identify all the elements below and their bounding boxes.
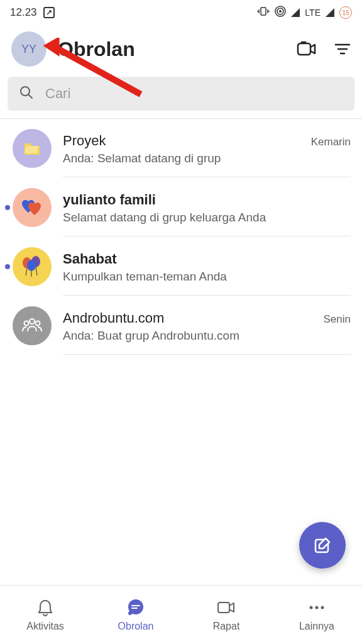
search-input[interactable] [45, 86, 343, 102]
nav-label: Aktivitas [26, 621, 64, 632]
svg-point-10 [25, 321, 29, 326]
status-time: 12.23 [10, 6, 37, 19]
battery-icon: 15 [339, 6, 352, 19]
chat-title: yulianto famili [63, 192, 156, 208]
search-icon [19, 85, 34, 103]
chat-item-yulianto[interactable]: yulianto famili Selamat datang di grup k… [0, 178, 362, 237]
nav-chat[interactable]: Obrolan [90, 586, 181, 644]
svg-point-9 [30, 319, 35, 324]
nav-more[interactable]: Lainnya [272, 586, 362, 644]
filter-button[interactable] [334, 43, 351, 55]
svg-point-8 [27, 260, 36, 271]
nav-meeting[interactable]: Rapat [181, 586, 272, 644]
chat-item-androbuntu[interactable]: Androbuntu.com Senin Anda: Buat grup And… [0, 296, 362, 355]
unread-indicator [5, 264, 10, 269]
unread-indicator [5, 205, 10, 210]
svg-point-17 [321, 606, 324, 609]
chat-preview: Anda: Selamat datang di grup [63, 152, 351, 165]
search-bar[interactable] [8, 77, 354, 111]
nav-label: Rapat [213, 621, 240, 632]
nav-activity[interactable]: Aktivitas [0, 586, 90, 644]
chat-preview: Kumpulkan teman-teman Anda [63, 270, 351, 284]
svg-rect-4 [298, 43, 310, 55]
chat-avatar-folder-icon [13, 129, 52, 168]
svg-rect-0 [261, 8, 266, 15]
bottom-nav: Aktivitas Obrolan Rapat Lainnya [0, 585, 362, 644]
status-bar: 12.23 LTE 15 [0, 0, 362, 25]
more-icon [308, 598, 326, 617]
nav-label: Obrolan [118, 621, 154, 632]
bell-icon [37, 598, 53, 617]
signal-icon-1 [291, 8, 300, 17]
svg-rect-14 [218, 602, 229, 613]
video-call-button[interactable] [297, 41, 317, 57]
video-icon [217, 598, 236, 617]
chat-icon [126, 598, 145, 617]
chat-list: Proyek Kemarin Anda: Selamat datang di g… [0, 119, 362, 355]
app-header: YY Obrolan [0, 25, 362, 77]
page-title: Obrolan [58, 38, 285, 61]
new-chat-button[interactable] [299, 522, 346, 569]
chat-preview: Selamat datang di grup keluarga Anda [63, 211, 351, 225]
chat-preview: Anda: Buat grup Androbuntu.com [63, 329, 351, 343]
chat-title: Proyek [63, 133, 106, 149]
chat-time: Kemarin [311, 136, 351, 148]
chat-avatar-balloons-icon [13, 247, 52, 286]
chat-avatar-people-icon [13, 306, 52, 345]
app-icon [43, 7, 55, 18]
signal-icon-2 [326, 8, 334, 17]
svg-point-16 [315, 606, 319, 609]
network-type: LTE [305, 8, 321, 18]
chat-avatar-hearts-icon [13, 188, 52, 227]
avatar-initials: YY [21, 43, 36, 56]
svg-point-15 [310, 606, 313, 609]
profile-avatar[interactable]: YY [11, 31, 47, 67]
chat-item-proyek[interactable]: Proyek Kemarin Anda: Selamat datang di g… [0, 119, 362, 178]
chat-time: Senin [324, 313, 351, 326]
chat-item-sahabat[interactable]: Sahabat Kumpulkan teman-teman Anda [0, 237, 362, 296]
vibrate-icon [257, 6, 270, 19]
chat-title: Androbuntu.com [63, 310, 164, 326]
nav-label: Lainnya [299, 621, 334, 632]
svg-point-11 [36, 321, 40, 326]
svg-point-1 [279, 10, 282, 13]
hotspot-icon [275, 6, 286, 20]
chat-title: Sahabat [63, 251, 117, 267]
